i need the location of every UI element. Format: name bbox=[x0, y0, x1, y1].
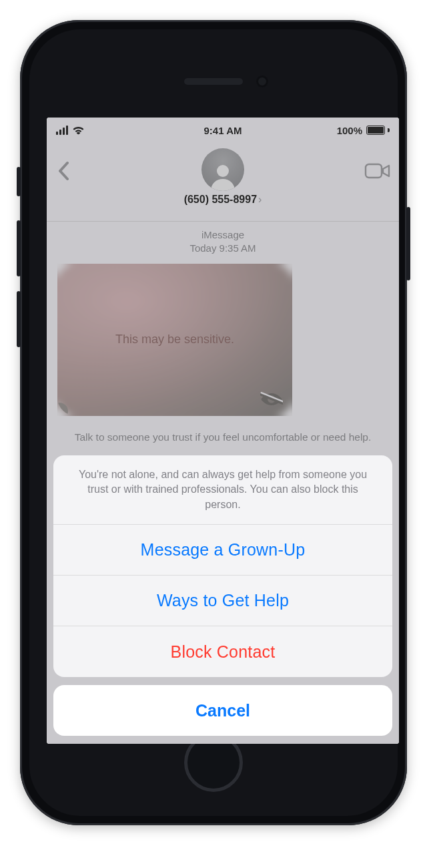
volume-down-button bbox=[17, 291, 21, 347]
power-button bbox=[406, 207, 410, 280]
action-sheet-message: You're not alone, and can always get hel… bbox=[53, 455, 392, 525]
mute-switch bbox=[17, 167, 21, 196]
front-camera bbox=[256, 75, 268, 87]
action-sheet: You're not alone, and can always get hel… bbox=[47, 455, 399, 744]
earpiece-speaker bbox=[184, 78, 243, 85]
block-contact-button[interactable]: Block Contact bbox=[53, 626, 392, 677]
cancel-button[interactable]: Cancel bbox=[53, 685, 392, 736]
volume-up-button bbox=[17, 220, 21, 276]
iphone-device-frame: 9:41 AM 100% bbox=[20, 20, 407, 825]
message-grownup-button[interactable]: Message a Grown-Up bbox=[53, 525, 392, 576]
ways-to-get-help-button[interactable]: Ways to Get Help bbox=[53, 576, 392, 626]
